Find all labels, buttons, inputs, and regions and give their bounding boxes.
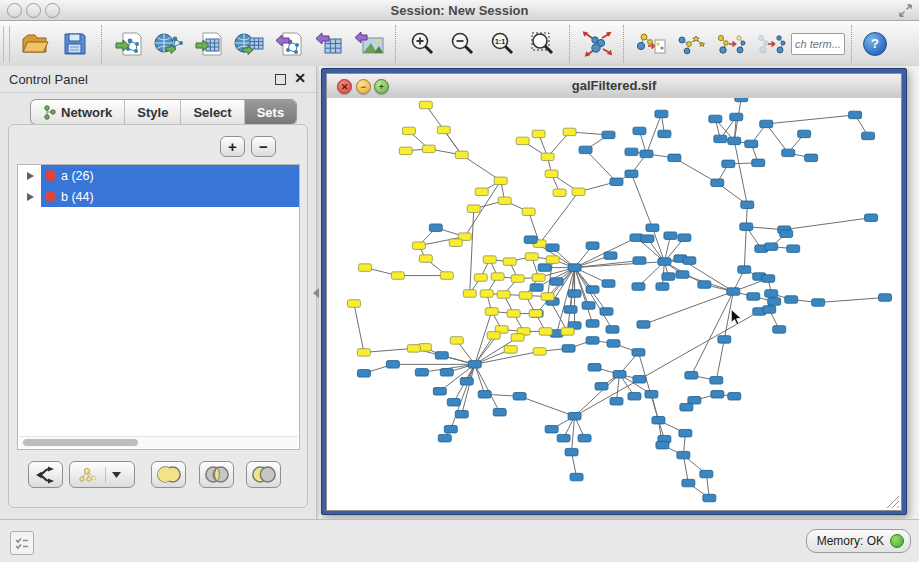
graph-node[interactable]: [747, 293, 760, 300]
graph-edge[interactable]: [364, 348, 414, 352]
float-window-icon[interactable]: [275, 74, 286, 85]
graph-node[interactable]: [524, 236, 537, 243]
graph-node[interactable]: [714, 135, 727, 142]
graph-node[interactable]: [765, 290, 778, 297]
graph-node[interactable]: [762, 275, 775, 282]
graph-node[interactable]: [602, 131, 615, 138]
graph-node[interactable]: [564, 306, 577, 313]
close-panel-icon[interactable]: ✕: [294, 70, 306, 86]
graph-node[interactable]: [347, 300, 360, 307]
graph-node[interactable]: [641, 235, 654, 242]
set-row-selection[interactable]: a (26): [41, 165, 299, 186]
graph-node[interactable]: [497, 291, 510, 298]
import-network-file-button[interactable]: [112, 27, 146, 61]
graph-node[interactable]: [429, 224, 442, 231]
graph-edge[interactable]: [744, 227, 746, 270]
graph-node[interactable]: [450, 337, 463, 344]
graph-node[interactable]: [798, 130, 811, 137]
graph-node[interactable]: [633, 127, 646, 134]
graph-node[interactable]: [511, 275, 524, 282]
graph-node[interactable]: [595, 383, 608, 390]
graph-node[interactable]: [655, 110, 668, 117]
graph-node[interactable]: [728, 137, 741, 144]
graph-node[interactable]: [637, 321, 650, 328]
graph-node[interactable]: [437, 126, 450, 133]
export-image-button[interactable]: [352, 27, 386, 61]
graph-edge[interactable]: [586, 150, 617, 182]
tab-network[interactable]: Network: [31, 100, 125, 124]
graph-node[interactable]: [568, 412, 581, 419]
add-set-button[interactable]: +: [220, 136, 245, 157]
graph-node[interactable]: [440, 272, 453, 279]
graph-node[interactable]: [530, 284, 543, 291]
graph-edge[interactable]: [575, 311, 760, 416]
save-session-button[interactable]: [58, 27, 92, 61]
graph-node[interactable]: [467, 205, 480, 212]
export-table-button[interactable]: [312, 27, 346, 61]
graph-node[interactable]: [422, 145, 435, 152]
frame-resize-grip[interactable]: [887, 496, 899, 508]
graph-edge[interactable]: [540, 192, 579, 244]
graph-node[interactable]: [680, 404, 693, 411]
graph-edge[interactable]: [462, 364, 475, 414]
graph-node[interactable]: [468, 361, 481, 368]
graph-node[interactable]: [676, 271, 689, 278]
graph-node[interactable]: [700, 470, 713, 477]
graph-node[interactable]: [752, 159, 765, 166]
set-row[interactable]: b (44): [18, 186, 299, 207]
graph-node[interactable]: [493, 408, 506, 415]
zoom-out-button[interactable]: [446, 27, 480, 61]
graph-node[interactable]: [565, 448, 578, 455]
graph-edge[interactable]: [520, 396, 575, 416]
graph-node[interactable]: [782, 149, 795, 156]
import-table-file-button[interactable]: [192, 27, 226, 61]
graph-node[interactable]: [722, 160, 735, 167]
graph-node[interactable]: [391, 272, 404, 279]
graph-node[interactable]: [768, 298, 781, 305]
graph-node[interactable]: [532, 274, 545, 281]
graph-node[interactable]: [711, 179, 724, 186]
graph-edge[interactable]: [683, 455, 688, 483]
graph-node[interactable]: [412, 242, 425, 249]
graph-node[interactable]: [511, 334, 524, 341]
network-from-selection-button[interactable]: [634, 27, 668, 61]
graph-edge[interactable]: [766, 124, 788, 153]
apply-layout-button[interactable]: [580, 27, 614, 61]
graph-edge[interactable]: [631, 174, 652, 228]
graph-node[interactable]: [513, 393, 526, 400]
graph-node[interactable]: [550, 278, 563, 285]
graph-node[interactable]: [545, 425, 558, 432]
graph-edge[interactable]: [354, 304, 364, 353]
graph-node[interactable]: [494, 177, 507, 184]
graph-node[interactable]: [516, 137, 529, 144]
graph-node[interactable]: [532, 130, 545, 137]
graph-node[interactable]: [735, 98, 748, 102]
new-network-selected-button[interactable]: [714, 27, 748, 61]
graph-node[interactable]: [718, 336, 731, 343]
graph-node[interactable]: [682, 479, 695, 486]
graph-node[interactable]: [572, 188, 585, 195]
graph-node[interactable]: [399, 147, 412, 154]
graph-node[interactable]: [578, 434, 591, 441]
graph-node[interactable]: [407, 345, 420, 352]
graph-node[interactable]: [435, 352, 448, 359]
graph-edge[interactable]: [818, 298, 885, 303]
graph-node[interactable]: [633, 257, 646, 264]
graph-node[interactable]: [760, 120, 773, 127]
tab-select[interactable]: Select: [181, 100, 244, 124]
toolbar-drag-handle[interactable]: [3, 26, 10, 62]
graph-node[interactable]: [525, 253, 538, 260]
select-nodes-button[interactable]: [674, 27, 708, 61]
import-network-web-button[interactable]: [152, 27, 186, 61]
graph-node[interactable]: [865, 214, 878, 221]
graph-node[interactable]: [553, 189, 566, 196]
graph-node[interactable]: [646, 224, 659, 231]
graph-node[interactable]: [656, 441, 669, 448]
graph-node[interactable]: [474, 274, 487, 281]
open-folder-button[interactable]: [18, 27, 52, 61]
graph-node[interactable]: [710, 377, 723, 384]
graph-node[interactable]: [812, 299, 825, 306]
graph-node[interactable]: [562, 345, 575, 352]
graph-node[interactable]: [765, 243, 778, 250]
graph-node[interactable]: [678, 234, 691, 241]
